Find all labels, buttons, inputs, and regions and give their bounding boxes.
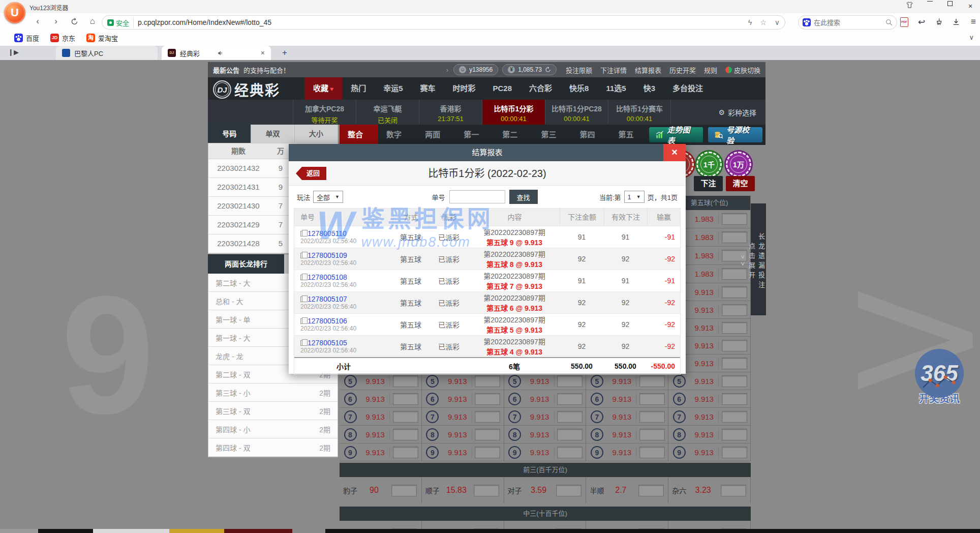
forward-icon[interactable]: › <box>49 15 63 29</box>
bet-amount-input[interactable] <box>639 393 665 405</box>
trend-chart-button[interactable]: 走势图表 <box>649 127 703 142</box>
bookmark-baidu[interactable]: 百度 <box>14 33 39 43</box>
bet-amount-input[interactable] <box>475 375 500 387</box>
dragon-row[interactable]: 第四球 - 小2期 <box>208 420 338 438</box>
cleaner-icon[interactable] <box>933 16 944 28</box>
odds-value[interactable]: 9.913 <box>690 430 718 439</box>
bet-amount-input[interactable] <box>722 231 747 243</box>
nav-item-6[interactable]: PC28 <box>484 77 521 100</box>
nav-item-10[interactable]: 快3 <box>635 77 664 100</box>
bet-amount-input[interactable] <box>557 429 583 440</box>
dragon-row[interactable]: 第三球 - 双2期 <box>208 402 338 420</box>
bet-amount-input[interactable] <box>639 447 665 458</box>
odds-value[interactable]: 9.913 <box>607 430 636 439</box>
odds-value[interactable]: 2.7 <box>607 486 634 495</box>
tab-classic-lottery[interactable]: DJ 经典彩 × <box>162 46 271 60</box>
odds-value[interactable]: 9.913 <box>690 288 718 297</box>
search-button[interactable]: 查找 <box>509 190 538 204</box>
nav-item-9[interactable]: 11选5 <box>597 77 634 100</box>
order-id-link[interactable]: 1278005109 <box>308 251 347 259</box>
clear-button[interactable]: 清空 <box>726 176 755 191</box>
copy-icon[interactable] <box>300 297 305 302</box>
odds-value[interactable]: 9.913 <box>361 412 389 421</box>
odds-value[interactable]: 9.913 <box>607 377 636 386</box>
odds-value[interactable]: 9.913 <box>361 377 389 386</box>
new-tab-button[interactable]: + <box>279 47 291 60</box>
order-id-link[interactable]: 1278005107 <box>308 295 347 303</box>
bet-amount-input[interactable] <box>557 375 583 387</box>
bookmarks-chevron-icon[interactable]: ∨ <box>969 34 974 41</box>
bet-amount-input[interactable] <box>639 375 665 387</box>
board-tab-5[interactable]: 第二球 <box>494 125 533 145</box>
odds-value[interactable]: 9.913 <box>607 395 636 403</box>
undo-icon[interactable]: ↩ <box>916 16 927 28</box>
odds-value[interactable]: 9.913 <box>607 448 636 457</box>
topbar-link[interactable]: 投注限额 <box>566 65 592 75</box>
bet-amount-input[interactable] <box>475 393 500 405</box>
odds-value[interactable]: 1.983 <box>690 251 718 260</box>
odds-value[interactable]: 9.913 <box>690 395 718 403</box>
sidebar-tab-1[interactable]: 号码 <box>208 125 251 143</box>
nav-item-11[interactable]: 多台投注 <box>664 77 712 100</box>
dragon-row[interactable]: 第四球 - 双2期 <box>208 438 338 457</box>
topbar-link[interactable]: 下注详情 <box>600 65 627 75</box>
odds-value[interactable]: 9.913 <box>690 448 718 457</box>
board-tab-2[interactable]: 数字盘 <box>378 125 417 145</box>
odds-value[interactable]: 9.913 <box>690 412 718 421</box>
copy-icon[interactable] <box>300 231 305 236</box>
bet-amount-input[interactable] <box>722 411 747 423</box>
lottery-info-widget[interactable]: 365 开奖资讯 <box>909 349 969 405</box>
dragon-row[interactable]: 第三球 - 小2期 <box>208 383 338 402</box>
odds-value[interactable]: 9.913 <box>690 377 718 386</box>
nav-item-3[interactable]: 幸运5 <box>375 77 411 100</box>
board-tab-1[interactable]: 整合盘 <box>340 125 378 145</box>
topbar-link[interactable]: 结算报表 <box>635 65 661 75</box>
sidebar-tab-3[interactable]: 大小 <box>295 125 338 143</box>
order-input[interactable] <box>449 190 505 203</box>
skin-icon[interactable] <box>903 1 916 11</box>
balance-pill[interactable]: ¥ 1,085.73 <box>502 64 557 75</box>
odds-value[interactable]: 9.913 <box>607 412 636 421</box>
bet-amount-input[interactable] <box>475 429 500 440</box>
lottery-tile-3[interactable]: 香港彩21:37:51 <box>419 100 482 125</box>
odds-value[interactable]: 9.913 <box>361 430 389 439</box>
board-tab-3[interactable]: 两面盘 <box>417 125 455 145</box>
bookmark-taobao[interactable]: 淘爱淘宝 <box>86 33 118 43</box>
menu-icon[interactable]: ≡ <box>968 16 979 28</box>
board-tab-6[interactable]: 第三球 <box>533 125 571 145</box>
pdf-icon[interactable]: PDF <box>899 16 910 28</box>
modal-close-icon[interactable]: × <box>663 144 686 161</box>
bet-amount-input[interactable] <box>393 447 418 458</box>
magnifier-icon[interactable] <box>885 19 893 26</box>
bet-amount-input[interactable] <box>393 393 418 405</box>
copy-icon[interactable] <box>300 275 305 280</box>
order-id-link[interactable]: 1278005105 <box>308 339 347 347</box>
odds-value[interactable]: 90 <box>361 486 387 495</box>
bet-amount-input[interactable] <box>722 322 747 334</box>
chip-10k[interactable]: 1万 <box>726 152 751 177</box>
bet-amount-input[interactable] <box>722 429 747 440</box>
odds-value[interactable]: 9.913 <box>361 395 389 403</box>
odds-value[interactable]: 9.913 <box>526 448 554 457</box>
bet-amount-input[interactable] <box>722 358 747 369</box>
refresh-balance-icon[interactable] <box>545 67 551 73</box>
dragon-miss-bet-strip[interactable]: 长龙遗漏投注 点击展开 >> <box>751 203 766 315</box>
lottery-select-button[interactable]: ⚙ 彩种选择 <box>718 107 756 117</box>
bet-amount-input[interactable] <box>391 485 417 496</box>
bet-amount-input[interactable] <box>722 340 747 351</box>
odds-value[interactable]: 9.913 <box>361 448 389 457</box>
tab-dragon-rank[interactable]: 两面长龙排行 <box>208 254 284 274</box>
bet-amount-input[interactable] <box>721 485 746 496</box>
home-icon[interactable]: ⌂ <box>85 15 100 29</box>
odds-value[interactable]: 1.983 <box>690 233 718 242</box>
bet-amount-input[interactable] <box>722 447 747 458</box>
odds-value[interactable]: 15.83 <box>443 486 470 495</box>
bet-amount-input[interactable] <box>722 375 747 387</box>
chip-1k[interactable]: 1千 <box>696 152 722 177</box>
tab-audio-icon[interactable] <box>217 50 224 56</box>
bet-amount-input[interactable] <box>639 411 665 423</box>
lightning-icon[interactable]: ϟ <box>748 18 752 26</box>
source-verify-button[interactable]: 号源校验 <box>708 127 762 142</box>
nav-item-1[interactable]: 收藏♥ <box>304 77 342 100</box>
board-tab-4[interactable]: 第一球 <box>455 125 494 145</box>
